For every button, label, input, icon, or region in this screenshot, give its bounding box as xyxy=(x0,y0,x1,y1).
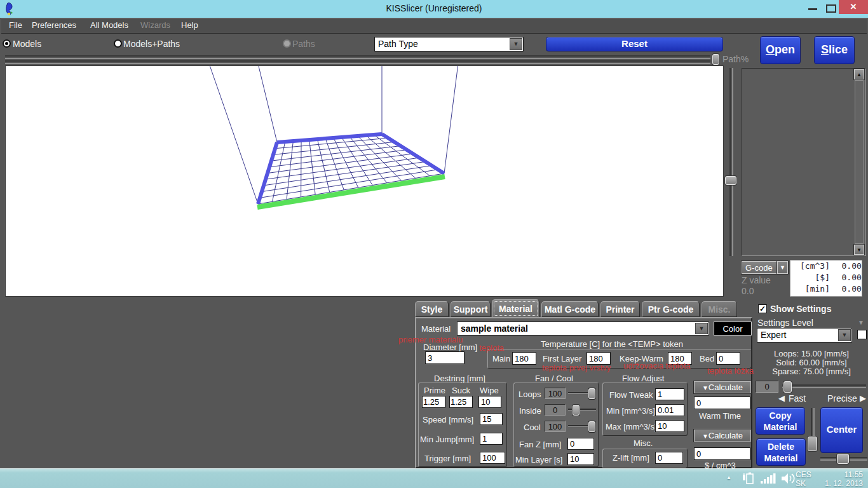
annotation-first-layer: teplota prvej vrstvy xyxy=(542,363,611,372)
fan-title: Fan / Cool xyxy=(535,374,573,383)
radio-paths-label: Paths xyxy=(292,39,315,49)
tab-ptr-gcode[interactable]: Ptr G-code xyxy=(642,301,700,317)
flow-max-input[interactable] xyxy=(655,420,684,432)
destring-wipe-input[interactable] xyxy=(478,396,501,408)
tray-language[interactable]: CES SK xyxy=(796,470,815,488)
quality-slider-track[interactable] xyxy=(782,384,866,388)
tray-network-icon[interactable] xyxy=(760,472,778,485)
3d-viewport[interactable] xyxy=(5,65,724,297)
temp-bed-input[interactable] xyxy=(716,352,740,365)
title-bar: KISSlicer (Unregistered) ✕ xyxy=(0,0,868,18)
fan-loops-slider[interactable] xyxy=(568,388,596,399)
path-percent-slider-track[interactable] xyxy=(5,55,710,59)
annotation-keep-warm: udržovacia teplota xyxy=(623,361,691,370)
precise-label[interactable]: Precise xyxy=(827,393,857,403)
zlift-input[interactable] xyxy=(655,452,683,464)
cost-input[interactable] xyxy=(694,447,750,460)
color-button[interactable]: Color xyxy=(714,322,752,336)
destring-trigger-input[interactable] xyxy=(480,452,505,464)
tray-volume-icon[interactable] xyxy=(780,471,796,485)
menu-preferences[interactable]: Preferences xyxy=(32,20,76,30)
tab-matl-gcode[interactable]: Matl G-code xyxy=(541,301,599,317)
flow-min-input[interactable] xyxy=(655,404,684,416)
tray-hidden-icons[interactable]: ▲ xyxy=(726,475,731,480)
flow-tweak-label: Flow Tweak xyxy=(609,390,653,400)
fan-inside-slider[interactable] xyxy=(568,404,596,416)
radio-models-paths[interactable] xyxy=(114,39,122,48)
destring-col-prime: Prime xyxy=(424,386,445,395)
print-stats-box: [cm^3] 0.00 [$] 0.00 [min] 0.00 xyxy=(790,260,862,297)
chevron-down-icon[interactable]: ▼ xyxy=(510,38,522,50)
path-type-select[interactable]: Path Type ▼ xyxy=(374,37,524,51)
quality-value: 0 xyxy=(756,381,778,393)
tray-clock[interactable]: 11:55 1. 12. 2013 xyxy=(817,470,863,488)
models-vertical-slider-track[interactable] xyxy=(729,68,733,256)
fast-arrow-icon[interactable]: ◀ xyxy=(778,393,785,403)
gcode-select[interactable]: G-code xyxy=(742,261,777,274)
temp-header: Temperature [C] for the <TEMP> token xyxy=(541,339,683,349)
fast-label[interactable]: Fast xyxy=(789,393,806,403)
precise-arrow-icon[interactable]: ▶ xyxy=(860,393,866,403)
annotation-temp: teplota xyxy=(479,343,504,353)
fan-inside-label: Inside xyxy=(519,406,541,416)
gcode-select-arrow-icon[interactable]: ▼ xyxy=(777,261,788,274)
show-settings-label[interactable]: Show Settings xyxy=(770,304,831,314)
destring-speed-label: Speed [mm/s] xyxy=(423,415,473,424)
scroll-up-icon[interactable]: ▲ xyxy=(854,69,864,79)
tab-style[interactable]: Style xyxy=(415,301,449,317)
destring-minjump-input[interactable] xyxy=(480,433,503,445)
tab-printer[interactable]: Printer xyxy=(600,301,640,317)
radio-models-label[interactable]: Models xyxy=(13,39,41,49)
settings-lock-checkbox[interactable] xyxy=(857,330,867,339)
radio-models[interactable] xyxy=(3,39,11,48)
min-layer-label: Min Layer [s] xyxy=(515,455,562,464)
menu-help[interactable]: Help xyxy=(181,20,198,30)
close-button[interactable]: ✕ xyxy=(839,0,868,14)
destring-prime-input[interactable] xyxy=(422,396,445,408)
flow-tweak-input[interactable] xyxy=(655,388,684,400)
scroll-down-icon[interactable]: ▼ xyxy=(854,245,864,255)
radio-models-paths-label[interactable]: Models+Paths xyxy=(123,39,180,49)
calculate-warm-button[interactable]: ▼Calculate xyxy=(694,381,751,393)
tab-support[interactable]: Support xyxy=(451,301,491,317)
material-vertical-slider-handle[interactable] xyxy=(808,437,817,451)
settings-level-arrow-icon[interactable]: ▼ xyxy=(858,319,864,326)
destring-minjump-label: Min Jump[mm] xyxy=(420,435,474,444)
fan-z-input[interactable] xyxy=(567,438,594,450)
center-slider-handle[interactable] xyxy=(837,454,849,464)
stat-volume: [cm^3] 0.00 xyxy=(790,261,862,272)
slice-button[interactable]: Slice xyxy=(814,36,855,64)
calculate-cost-button[interactable]: ▼Calculate xyxy=(694,430,751,442)
temp-main-input[interactable] xyxy=(512,352,536,365)
center-button[interactable]: Center xyxy=(820,407,863,453)
annotation-diameter: priemer materiálu xyxy=(398,335,463,344)
destring-speed-input[interactable] xyxy=(480,413,503,425)
material-select-arrow-icon[interactable]: ▼ xyxy=(695,323,708,334)
reset-button[interactable]: Reset xyxy=(546,37,723,51)
models-vertical-slider-handle[interactable] xyxy=(725,176,736,185)
diameter-input[interactable] xyxy=(425,351,465,364)
copy-material-button[interactable]: Copy Material xyxy=(756,407,805,435)
maximize-button[interactable] xyxy=(826,4,836,18)
warm-time-input[interactable] xyxy=(694,396,750,409)
model-list[interactable]: ▲ ▼ xyxy=(742,68,866,256)
min-layer-input[interactable] xyxy=(567,453,594,465)
flow-min-label: Min [mm^3/s] xyxy=(606,406,655,416)
settings-level-label: Settings Level xyxy=(757,318,813,328)
menu-all-models[interactable]: All Models xyxy=(90,20,128,30)
path-percent-slider-handle[interactable] xyxy=(712,54,719,65)
tray-battery-icon[interactable] xyxy=(741,471,756,485)
quality-slider-handle[interactable] xyxy=(783,381,792,393)
destring-suck-input[interactable] xyxy=(449,396,473,408)
open-button[interactable]: Open xyxy=(760,36,801,64)
chevron-down-icon[interactable]: ▼ xyxy=(838,329,851,341)
tab-material[interactable]: Material xyxy=(492,299,539,318)
temp-first-label: First Layer xyxy=(543,354,581,363)
settings-level-select[interactable]: Expert ▼ xyxy=(757,328,852,342)
model-list-scrollbar[interactable] xyxy=(855,80,864,244)
menu-file[interactable]: File xyxy=(9,20,22,30)
delete-material-button[interactable]: Delete Material xyxy=(756,438,806,466)
material-select[interactable]: sample material ▼ xyxy=(457,322,709,336)
fan-cool-slider[interactable] xyxy=(568,421,596,432)
show-settings-checkbox[interactable]: ✓ xyxy=(758,304,767,313)
